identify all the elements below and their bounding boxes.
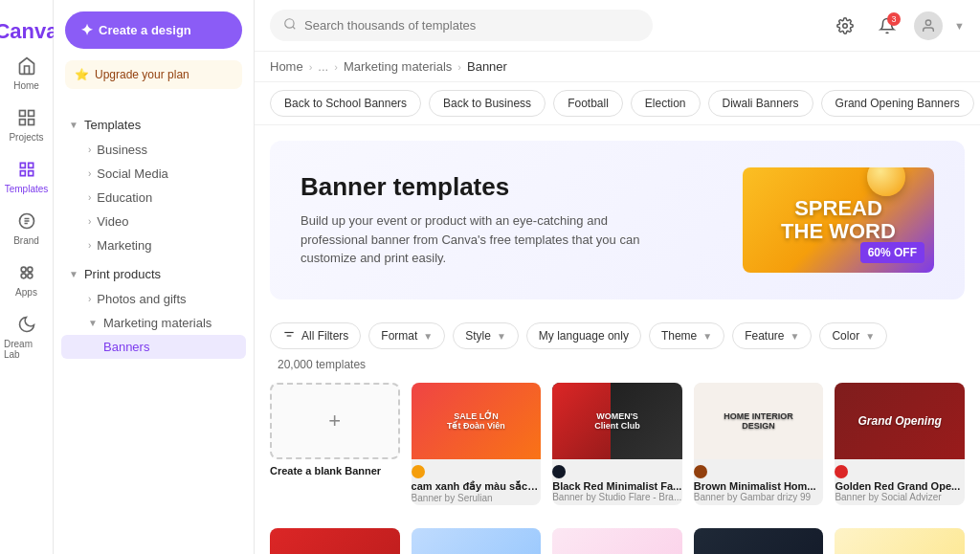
template-grid-row1: + Create a blank Banner SALE LỚNTết Đoàn… — [255, 375, 980, 521]
topbar-right: 3 ▼ — [830, 11, 965, 41]
notification-badge: 3 — [887, 12, 901, 26]
template-author-avatar-3 — [835, 465, 848, 478]
style-filter-button[interactable]: Style ▼ — [453, 322, 519, 349]
template-card-2[interactable]: HOME INTERIORDESIGN Brown Minimalist Hom… — [694, 383, 824, 505]
create-blank-area[interactable]: + — [270, 383, 400, 459]
search-box[interactable] — [270, 10, 653, 41]
svg-point-10 — [843, 23, 848, 28]
create-blank-card[interactable]: + Create a blank Banner — [270, 383, 400, 505]
hero-image-text-line1: SPREADTHE WORD — [781, 197, 896, 243]
upgrade-plan-banner[interactable]: ⭐ Upgrade your plan — [65, 60, 242, 89]
template-thumb-4: SPECIAL SHOPPING DAYBIG SALE — [270, 528, 400, 554]
svg-point-5 — [21, 267, 26, 272]
projects-icon — [17, 108, 36, 129]
star-icon: ⭐ — [75, 68, 89, 81]
template-thumb-2: HOME INTERIORDESIGN — [694, 383, 824, 459]
hero-sphere-decoration — [867, 167, 905, 196]
nav-child-business[interactable]: › Business — [61, 138, 246, 162]
sidebar-icons-panel: Canva Home Projects Templates Brand Apps — [0, 0, 54, 554]
svg-point-9 — [285, 19, 294, 28]
sidebar-item-apps[interactable]: Apps — [0, 255, 53, 305]
hero-badge: 60% OFF — [860, 242, 924, 263]
templates-label: Templates — [5, 184, 49, 194]
breadcrumb-more[interactable]: ... — [318, 59, 328, 74]
nav-child-photos-gifts[interactable]: › Photos and gifts — [61, 287, 246, 311]
template-subtitle-3: Banner by Social Advizer — [835, 492, 965, 502]
chevron-right-icon: › — [88, 168, 91, 179]
category-back-to-business[interactable]: Back to Business — [429, 90, 546, 117]
category-diwali[interactable]: Diwali Banners — [708, 90, 813, 117]
breadcrumb-home[interactable]: Home — [270, 59, 303, 74]
template-author-avatar-0 — [412, 465, 425, 478]
category-back-to-school[interactable]: Back to School Banners — [270, 90, 421, 117]
templates-section-header[interactable]: ▼ Templates — [61, 112, 246, 138]
avatar[interactable] — [914, 11, 943, 40]
sidebar-item-projects[interactable]: Projects — [0, 100, 53, 150]
all-filters-button[interactable]: All Filters — [270, 322, 361, 349]
nav-child-education[interactable]: › Education — [61, 186, 246, 210]
chevron-down-icon: ▼ — [69, 120, 78, 130]
hero-image-content: SPREADTHE WORD — [781, 197, 896, 243]
search-input[interactable] — [304, 18, 639, 33]
template-card-0[interactable]: SALE LỚNTết Đoàn Viên cam xanh đầy màu s… — [412, 383, 542, 505]
format-filter-button[interactable]: Format ▼ — [368, 322, 445, 349]
templates-icon — [17, 160, 36, 181]
dropdown-chevron-icon[interactable]: ▼ — [954, 20, 965, 32]
apps-label: Apps — [15, 287, 37, 298]
category-election[interactable]: Election — [631, 90, 701, 117]
chevron-right-icon: › — [88, 240, 91, 251]
home-icon — [17, 56, 36, 78]
breadcrumb-marketing-materials[interactable]: Marketing materials — [344, 59, 452, 74]
template-card-8[interactable]: HappyBirthday Gold Luxury Happy Birt... … — [835, 528, 965, 554]
template-card-6[interactable]: Opening SoonSAVE THE DATE Pink Watercolo… — [552, 528, 682, 554]
hero-image: SPREADTHE WORD 60% OFF — [743, 167, 934, 273]
hero-banner: Banner templates Build up your event or … — [270, 141, 965, 299]
language-filter-button[interactable]: My language only — [526, 322, 641, 349]
template-card-7[interactable]: AWARDCEREMONY Black Gold Elegant Co... B… — [694, 528, 824, 554]
template-subtitle-0: Banner by Serulian — [412, 493, 542, 503]
template-thumb-5: New CollectionComing soon... — [412, 528, 542, 554]
template-author-row-0 — [412, 465, 542, 478]
category-football[interactable]: Football — [553, 90, 623, 117]
breadcrumb: Home › ... › Marketing materials › Banne… — [255, 52, 980, 82]
template-grid-row2: SPECIAL SHOPPING DAYBIG SALE Red Creativ… — [255, 521, 980, 554]
notifications-button[interactable]: 3 — [872, 11, 902, 41]
nav-child-social-media[interactable]: › Social Media — [61, 162, 246, 186]
chevron-down-icon: ▼ — [69, 269, 78, 279]
theme-filter-button[interactable]: Theme ▼ — [649, 322, 724, 349]
nav-child-video[interactable]: › Video — [61, 210, 246, 233]
apps-icon — [17, 263, 36, 284]
category-grand-opening[interactable]: Grand Opening Banners — [821, 90, 974, 117]
template-thumb-0: SALE LỚNTết Đoàn Viên — [412, 383, 542, 459]
chevron-right-icon: › — [88, 294, 91, 304]
nav-child-marketing[interactable]: › Marketing — [61, 233, 246, 257]
print-products-section-header[interactable]: ▼ Print products — [61, 261, 246, 287]
sidebar-item-home[interactable]: Home — [0, 49, 53, 99]
svg-rect-3 — [19, 120, 25, 125]
template-thumb-3: Grand Opening — [835, 383, 965, 459]
svg-rect-0 — [19, 111, 25, 117]
nav-child-marketing-materials[interactable]: ▼ Marketing materials — [61, 311, 246, 335]
feature-filter-button[interactable]: Feature ▼ — [732, 322, 812, 349]
template-card-4[interactable]: SPECIAL SHOPPING DAYBIG SALE Red Creativ… — [270, 528, 400, 554]
svg-point-8 — [27, 274, 32, 278]
template-card-3[interactable]: Grand Opening Golden Red Grand Ope... Ba… — [835, 383, 965, 505]
logo-text: Canva — [0, 19, 58, 44]
template-card-1[interactable]: WOMEN'SClient Club Black Red Minimalist … — [552, 383, 682, 505]
template-info-2: Brown Minimalist Hom... Banner by Gambar… — [694, 459, 824, 504]
sidebar-item-templates[interactable]: Templates — [0, 152, 53, 202]
sidebar-item-dreamlab[interactable]: Dream Lab — [0, 307, 53, 367]
nav-child-banners[interactable]: Banners — [61, 335, 246, 359]
sidebar-item-brand[interactable]: Brand — [0, 204, 53, 254]
template-author-avatar-2 — [694, 465, 707, 478]
nav-section-print-products: ▼ Print products › Photos and gifts ▼ Ma… — [61, 261, 246, 359]
create-design-button[interactable]: ✦ Create a design — [65, 11, 242, 49]
brand-label: Brand — [13, 235, 39, 246]
settings-button[interactable] — [830, 11, 860, 41]
color-filter-button[interactable]: Color ▼ — [819, 322, 887, 349]
hero-title: Banner templates — [301, 172, 664, 202]
chevron-right-icon: › — [88, 192, 91, 203]
nav-section-marketing-materials: ▼ Marketing materials Banners — [61, 311, 246, 359]
templates-count: 20,000 templates — [278, 358, 366, 371]
template-card-5[interactable]: New CollectionComing soon... Blue White … — [412, 528, 542, 554]
